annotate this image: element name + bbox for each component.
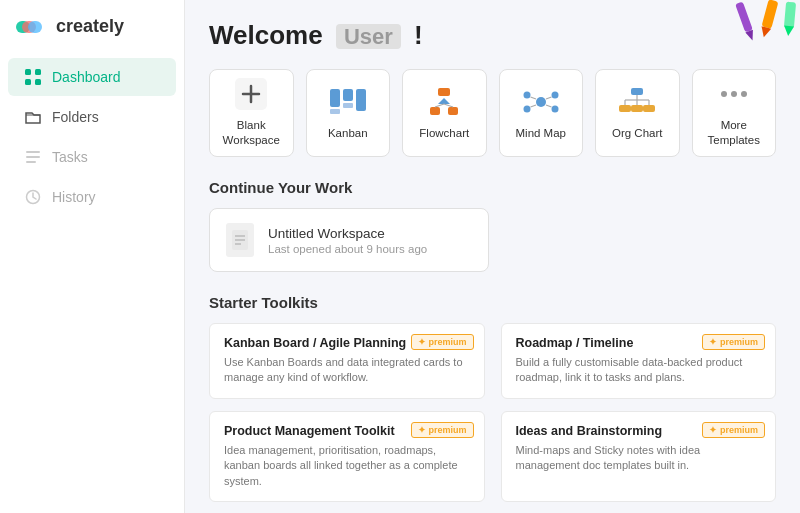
toolkit-card[interactable]: ✦ premium Kanban Board / Agile Planning … [209, 323, 485, 399]
mindmap-icon [521, 86, 561, 118]
svg-line-30 [444, 104, 453, 107]
premium-badge: ✦ premium [702, 334, 765, 350]
orgchart-icon [617, 86, 657, 118]
svg-rect-28 [448, 107, 458, 115]
sidebar-item-folders[interactable]: Folders [8, 98, 176, 136]
svg-point-31 [536, 97, 546, 107]
svg-rect-24 [343, 103, 353, 108]
kanban-icon [328, 86, 368, 118]
main-content: Welcome User ! BlankWorkspace [185, 0, 800, 513]
svg-rect-25 [438, 88, 450, 96]
svg-rect-48 [643, 105, 655, 112]
sidebar-item-history-label: History [52, 189, 96, 205]
sidebar-item-dashboard-label: Dashboard [52, 69, 121, 85]
svg-rect-46 [619, 105, 631, 112]
svg-marker-16 [783, 26, 794, 37]
svg-point-50 [731, 91, 737, 97]
toolkit-card[interactable]: ✦ premium Roadmap / Timeline Build a ful… [501, 323, 777, 399]
continue-section-title: Continue Your Work [209, 179, 776, 196]
svg-rect-47 [631, 105, 643, 112]
svg-rect-22 [356, 89, 366, 111]
svg-line-36 [530, 97, 536, 99]
svg-line-29 [435, 104, 444, 107]
sidebar-item-tasks[interactable]: Tasks [8, 138, 176, 176]
svg-rect-11 [735, 2, 753, 33]
flowchart-label: Flowchart [419, 126, 469, 141]
svg-line-37 [530, 105, 536, 107]
toolkit-desc: Use Kanban Boards and data integrated ca… [224, 355, 470, 386]
svg-rect-7 [26, 151, 40, 153]
toolkits-grid: ✦ premium Kanban Board / Agile Planning … [209, 323, 776, 513]
svg-rect-15 [784, 2, 796, 29]
more-templates-label: MoreTemplates [708, 118, 760, 148]
svg-rect-3 [25, 69, 31, 75]
history-icon [24, 188, 42, 206]
plus-icon [231, 78, 271, 110]
action-flowchart[interactable]: Flowchart [402, 69, 487, 157]
svg-rect-23 [330, 109, 340, 114]
svg-rect-21 [343, 89, 353, 101]
logo-text: creately [56, 16, 124, 37]
action-blank-workspace[interactable]: BlankWorkspace [209, 69, 294, 157]
toolkit-card[interactable]: ✦ premium Product Management Toolkit Ide… [209, 411, 485, 502]
action-orgchart[interactable]: Org Chart [595, 69, 680, 157]
svg-rect-4 [35, 69, 41, 75]
workspace-doc-icon [226, 223, 254, 257]
dashboard-icon [24, 68, 42, 86]
more-icon [714, 78, 754, 110]
premium-badge: ✦ premium [411, 334, 474, 350]
toolkit-desc: Idea management, prioritisation, roadmap… [224, 443, 470, 489]
toolkit-desc: Build a fully customisable data-backed p… [516, 355, 762, 386]
svg-rect-13 [762, 0, 779, 29]
sidebar-item-tasks-label: Tasks [52, 149, 88, 165]
decorative-svg [680, 0, 800, 55]
svg-point-33 [523, 105, 530, 112]
svg-rect-20 [330, 89, 340, 107]
quick-actions-row: BlankWorkspace Kanban [209, 69, 776, 157]
workspace-time: Last opened about 9 hours ago [268, 243, 427, 255]
action-mindmap[interactable]: Mind Map [499, 69, 584, 157]
decorative-banner [680, 0, 800, 60]
tasks-icon [24, 148, 42, 166]
svg-line-38 [546, 97, 552, 99]
mindmap-label: Mind Map [516, 126, 567, 141]
sidebar-item-folders-label: Folders [52, 109, 99, 125]
premium-badge: ✦ premium [702, 422, 765, 438]
svg-point-51 [741, 91, 747, 97]
logo: creately [0, 16, 184, 57]
workspace-name: Untitled Workspace [268, 226, 427, 241]
svg-rect-27 [430, 107, 440, 115]
svg-marker-26 [438, 98, 450, 104]
svg-rect-2 [28, 21, 42, 33]
creately-logo-icon [16, 17, 48, 37]
svg-point-35 [551, 105, 558, 112]
svg-rect-5 [25, 79, 31, 85]
svg-point-34 [551, 91, 558, 98]
sidebar-item-history[interactable]: History [8, 178, 176, 216]
toolkits-section-title: Starter Toolkits [209, 294, 776, 311]
orgchart-label: Org Chart [612, 126, 663, 141]
workspace-info: Untitled Workspace Last opened about 9 h… [268, 226, 427, 255]
username-badge: User [336, 24, 401, 49]
svg-line-39 [546, 105, 552, 107]
flowchart-icon [424, 86, 464, 118]
action-kanban[interactable]: Kanban [306, 69, 391, 157]
sidebar-item-dashboard[interactable]: Dashboard [8, 58, 176, 96]
svg-point-32 [523, 91, 530, 98]
svg-rect-40 [631, 88, 643, 95]
sidebar: creately Dashboard Folders [0, 0, 185, 513]
svg-rect-6 [35, 79, 41, 85]
svg-rect-8 [26, 156, 40, 158]
toolkit-desc: Mind-maps and Sticky notes with idea man… [516, 443, 762, 474]
kanban-label: Kanban [328, 126, 368, 141]
svg-point-49 [721, 91, 727, 97]
toolkit-card[interactable]: ✦ premium Ideas and Brainstorming Mind-m… [501, 411, 777, 502]
blank-workspace-label: BlankWorkspace [223, 118, 280, 148]
folders-icon [24, 108, 42, 126]
recent-workspace-item[interactable]: Untitled Workspace Last opened about 9 h… [209, 208, 489, 272]
action-more-templates[interactable]: MoreTemplates [692, 69, 777, 157]
premium-badge: ✦ premium [411, 422, 474, 438]
svg-rect-9 [26, 161, 36, 163]
